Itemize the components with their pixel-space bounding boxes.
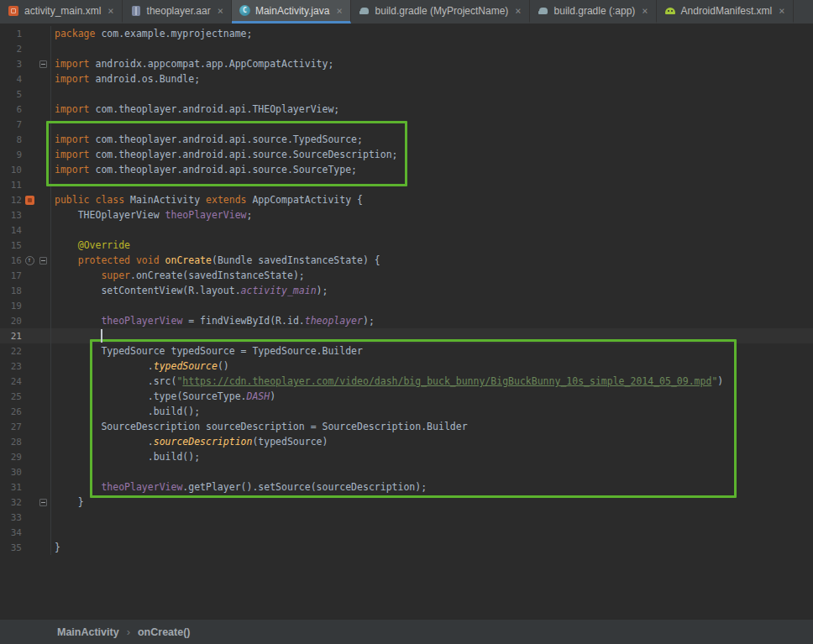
fold-marker-icon[interactable] xyxy=(39,60,47,68)
gutter[interactable]: 4 xyxy=(0,71,51,86)
code-segment: import xyxy=(55,164,95,175)
code-text[interactable]: .src("https://cdn.theoplayer.com/video/d… xyxy=(51,374,723,389)
gutter[interactable]: 1 xyxy=(0,26,51,41)
gutter[interactable]: 12 xyxy=(0,192,51,207)
tab-theoplayer-aar[interactable]: theoplayer.aar× xyxy=(123,0,232,24)
gutter[interactable]: 10 xyxy=(0,162,51,177)
code-text[interactable]: package com.example.myprojectname; xyxy=(51,26,252,41)
code-text[interactable]: protected void onCreate(Bundle savedInst… xyxy=(51,253,380,268)
close-icon[interactable]: × xyxy=(513,6,521,16)
code-segment xyxy=(55,254,78,266)
gutter[interactable]: 31 xyxy=(0,479,51,495)
line-number: 18 xyxy=(0,285,22,296)
gutter[interactable]: 6 xyxy=(0,102,51,117)
overriding-method-icon[interactable]: ↑ xyxy=(25,256,34,265)
code-segment: https://cdn.theoplayer.com/video/dash/bi… xyxy=(182,375,711,387)
gutter[interactable]: 21 xyxy=(0,328,51,343)
code-text[interactable]: import com.theoplayer.android.api.THEOpl… xyxy=(51,102,339,117)
close-icon[interactable]: × xyxy=(334,6,342,16)
gutter[interactable]: 35 xyxy=(0,540,51,555)
breadcrumb-class[interactable]: MainActivity xyxy=(57,626,119,638)
gutter[interactable]: 27 xyxy=(0,419,51,434)
gutter[interactable]: 9 xyxy=(0,147,51,162)
gutter[interactable]: 15 xyxy=(0,238,51,253)
tab-activity-main-xml[interactable]: activity_main.xml× xyxy=(0,0,123,24)
gutter[interactable]: 33 xyxy=(0,510,51,525)
gutter[interactable]: 5 xyxy=(0,86,51,102)
close-icon[interactable]: × xyxy=(106,6,113,16)
tab-build-gradle-myprojectname[interactable]: build.gradle (MyProjectName)× xyxy=(351,0,530,24)
tab-mainactivity-java[interactable]: CMainActivity.java× xyxy=(232,0,351,24)
archive-file-icon xyxy=(130,5,142,17)
gutter[interactable]: 3 xyxy=(0,56,51,71)
code-line: 17 super.onCreate(savedInstanceState); xyxy=(0,268,813,283)
code-line: 8import com.theoplayer.android.api.sourc… xyxy=(0,132,813,147)
text-caret xyxy=(101,329,102,343)
gutter[interactable]: 14 xyxy=(0,223,51,238)
close-icon[interactable]: × xyxy=(777,6,784,16)
code-text[interactable]: SourceDescription sourceDescription = So… xyxy=(51,419,468,434)
gutter[interactable]: 11 xyxy=(0,177,51,192)
code-text[interactable]: setContentView(R.layout.activity_main); xyxy=(51,283,328,298)
code-text[interactable]: @Override xyxy=(51,238,130,253)
gutter[interactable]: 22 xyxy=(0,343,51,359)
gutter[interactable]: 29 xyxy=(0,449,51,464)
gutter[interactable]: 34 xyxy=(0,525,51,540)
code-text[interactable]: .build(); xyxy=(51,404,200,419)
breadcrumb-method[interactable]: onCreate() xyxy=(138,626,191,638)
gutter[interactable]: 19 xyxy=(0,298,51,313)
code-text[interactable]: } xyxy=(51,495,84,510)
tab-androidmanifest-xml[interactable]: AndroidManifest.xml× xyxy=(657,0,794,24)
close-icon[interactable]: × xyxy=(640,6,648,16)
code-text[interactable]: public class MainActivity extends AppCom… xyxy=(51,192,363,207)
line-number: 22 xyxy=(0,346,22,357)
code-segment: (Bundle savedInstanceState) { xyxy=(212,254,380,266)
code-line: 1package com.example.myprojectname; xyxy=(0,26,813,41)
android-component-icon[interactable] xyxy=(25,196,34,205)
code-text[interactable]: .build(); xyxy=(51,449,200,464)
code-text[interactable]: theoPlayerView.getPlayer().setSource(sou… xyxy=(51,479,427,495)
code-text[interactable]: .sourceDescription(typedSource) xyxy=(51,434,328,449)
code-text[interactable]: } xyxy=(51,540,60,555)
tab-build-gradle-app[interactable]: build.gradle (:app)× xyxy=(530,0,657,24)
ide-window: activity_main.xml×theoplayer.aar×CMainAc… xyxy=(0,0,813,644)
gutter[interactable]: 25 xyxy=(0,389,51,404)
code-text[interactable]: import android.os.Bundle; xyxy=(51,71,200,86)
gutter[interactable]: 7 xyxy=(0,117,51,132)
fold-marker-icon[interactable] xyxy=(39,499,47,506)
gutter[interactable]: 17 xyxy=(0,268,51,283)
close-icon[interactable]: × xyxy=(216,6,223,16)
code-line: 32 } xyxy=(0,495,813,510)
code-text[interactable]: super.onCreate(savedInstanceState); xyxy=(51,268,305,283)
code-segment: com.theoplayer.android.api.source.Source… xyxy=(95,149,397,160)
code-text[interactable]: import com.theoplayer.android.api.source… xyxy=(51,147,398,162)
gutter[interactable]: 2 xyxy=(0,41,51,56)
tab-label: build.gradle (:app) xyxy=(554,5,636,17)
code-text[interactable]: import com.theoplayer.android.api.source… xyxy=(51,162,357,177)
code-line: 12public class MainActivity extends AppC… xyxy=(0,192,813,207)
gutter[interactable]: 8 xyxy=(0,132,51,147)
gutter[interactable]: 32 xyxy=(0,495,51,510)
gutter[interactable]: 28 xyxy=(0,434,51,449)
code-line: 24 .src("https://cdn.theoplayer.com/vide… xyxy=(0,374,813,389)
code-segment: com.theoplayer.android.api.source.TypedS… xyxy=(95,134,363,145)
chevron-right-icon: › xyxy=(127,626,130,638)
fold-marker-icon[interactable] xyxy=(39,257,47,264)
code-segment: protected void xyxy=(78,254,165,266)
gutter[interactable]: 18 xyxy=(0,283,51,298)
gutter[interactable]: 23 xyxy=(0,359,51,374)
gutter[interactable]: 20 xyxy=(0,313,51,328)
code-text[interactable]: import androidx.appcompat.app.AppCompatA… xyxy=(51,56,333,71)
code-text[interactable]: TypedSource typedSource = TypedSource.Bu… xyxy=(51,343,363,359)
code-text[interactable]: .typedSource() xyxy=(51,359,229,374)
gutter[interactable]: 13 xyxy=(0,207,51,223)
code-segment: .src( xyxy=(55,375,176,387)
gutter[interactable]: 16↑ xyxy=(0,253,51,268)
gutter[interactable]: 26 xyxy=(0,404,51,419)
code-text[interactable]: .type(SourceType.DASH) xyxy=(51,389,275,404)
code-text[interactable]: import com.theoplayer.android.api.source… xyxy=(51,132,363,147)
gutter[interactable]: 24 xyxy=(0,374,51,389)
gutter[interactable]: 30 xyxy=(0,464,51,479)
code-text[interactable]: THEOplayerView theoPlayerView; xyxy=(51,207,252,223)
code-text[interactable]: theoPlayerView = findViewById(R.id.theop… xyxy=(51,313,375,328)
